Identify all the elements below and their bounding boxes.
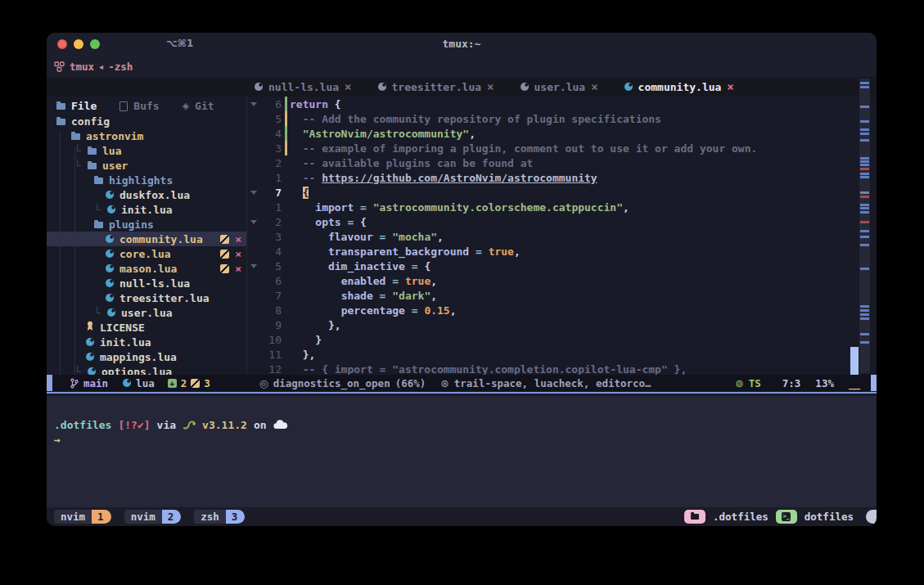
tmux-window-name[interactable]: -zsh — [108, 61, 133, 73]
folder-icon — [94, 178, 103, 184]
tree-item-mappings.lua[interactable]: mappings.lua — [47, 349, 246, 364]
code-text: -- available plugins can be found at — [290, 157, 533, 169]
code-line[interactable]: 8 percentage = 0.15, — [247, 303, 877, 317]
scrollbar-mark — [860, 305, 869, 308]
fold-chevron-icon[interactable] — [250, 264, 257, 268]
lua-icon — [107, 308, 115, 317]
tree-item-init.lua[interactable]: init.lua — [47, 335, 246, 349]
git-status-badges: × — [220, 248, 241, 260]
formatters-segment[interactable]: ⊛ trail-space, luacheck, editorco… — [440, 377, 651, 389]
buffer-tab-community.lua[interactable]: community.lua× — [624, 81, 734, 93]
code-line[interactable]: 12 -- { import = "astrocommunity.complet… — [247, 362, 877, 375]
code-line[interactable]: 5 dim_inactive = { — [247, 259, 877, 273]
buffer-tab-user.lua[interactable]: user.lua× — [521, 81, 598, 93]
code-text: -- example of imporing a plugin, comment… — [290, 142, 757, 155]
tree-item-core.lua[interactable]: core.lua× — [47, 246, 246, 261]
code-line[interactable]: 1 import = "astrocommunity.colorscheme.c… — [247, 200, 877, 214]
close-icon[interactable]: × — [727, 83, 733, 91]
code-line[interactable]: 9 }, — [247, 317, 877, 332]
code-token: flavour — [328, 231, 373, 243]
sidebar-tab-label: Git — [195, 100, 214, 112]
close-icon[interactable]: × — [345, 83, 351, 91]
lua-icon — [106, 264, 114, 272]
code-token: = — [341, 216, 360, 228]
scrollbar-marks-column[interactable] — [859, 79, 870, 373]
tree-item-highlights[interactable]: highlights — [47, 173, 246, 187]
code-token — [290, 245, 328, 258]
scrollbar-thumb[interactable] — [850, 347, 859, 375]
tmux-session-name[interactable]: tmux — [70, 61, 94, 73]
fold-chevron-icon[interactable] — [250, 191, 257, 195]
tree-item-null-ls.lua[interactable]: null-ls.lua — [47, 276, 246, 290]
tree-item-LICENSE[interactable]: LICENSE — [47, 320, 246, 335]
tree-item-label: user.lua — [121, 307, 173, 319]
tmux-window-nvim-1[interactable]: nvim1 — [54, 510, 111, 524]
fold-chevron-icon[interactable] — [250, 220, 257, 224]
cloud-icon — [273, 420, 288, 430]
tree-item-config[interactable]: config — [47, 114, 246, 128]
fold-column[interactable] — [247, 191, 260, 195]
code-line[interactable]: 11 }, — [247, 347, 877, 362]
code-text: "AstroNvim/astrocommunity", — [290, 128, 476, 140]
git-changed-icon — [191, 379, 200, 388]
code-line[interactable]: 6return { — [247, 97, 877, 111]
folder-icon — [691, 514, 699, 520]
tree-item-user.lua[interactable]: └user.lua — [47, 305, 246, 320]
code-line[interactable]: 4 "AstroNvim/astrocommunity", — [247, 126, 877, 141]
tree-item-astronvim[interactable]: astronvim — [47, 128, 246, 143]
diagnostics-segment[interactable]: ◎ diagnostics_on_open (66%) — [259, 377, 426, 389]
buffer-tab-null-ls.lua[interactable]: null-ls.lua× — [255, 81, 352, 93]
tmux-window-nvim-2[interactable]: nvim2 — [124, 510, 182, 524]
code-token: "dark" — [392, 290, 430, 302]
buffer-tab-treesitter.lua[interactable]: treesitter.lua× — [378, 81, 494, 93]
tree-item-label: mason.lua — [119, 263, 177, 275]
sidebar-tab-bufs[interactable]: Bufs — [119, 100, 159, 112]
tree-item-options.lua[interactable]: └options.lua — [47, 364, 246, 375]
lua-icon — [106, 294, 114, 302]
code-line[interactable]: 7 shade = "dark", — [247, 288, 877, 303]
tree-item-init.lua[interactable]: └init.lua — [47, 202, 246, 217]
tree-item-label: init.lua — [100, 336, 151, 349]
scrollbar-mark — [860, 313, 869, 316]
code-line[interactable]: 2 opts = { — [247, 214, 877, 229]
shell-pane[interactable]: .dotfiles [!?✔] via v3.11.2 on → — [47, 396, 877, 507]
file-icon — [119, 101, 128, 111]
code-text: return { — [290, 98, 341, 110]
gitsign-mark — [285, 141, 287, 155]
scrollbar-mark — [860, 133, 869, 135]
code-line[interactable]: 4 transparent_background = true, — [247, 244, 877, 259]
code-editor[interactable]: 6return {5 -- Add the community reposito… — [247, 97, 877, 375]
modified-icon — [220, 250, 229, 259]
code-line[interactable]: 3 flavour = "mocha", — [247, 229, 877, 244]
fold-column[interactable] — [247, 264, 260, 268]
tree-item-duskfox.lua[interactable]: duskfox.lua — [47, 187, 246, 202]
code-line[interactable]: 5 -- Add the community repository of plu… — [247, 111, 877, 126]
git-branch-segment[interactable]: main — [70, 377, 108, 389]
tree-item-community.lua[interactable]: community.lua× — [47, 232, 246, 246]
fold-chevron-icon[interactable] — [250, 102, 257, 106]
tmux-session-bar: tmux ◂ -zsh — [47, 56, 877, 77]
code-line[interactable]: 2 -- available plugins can be found at — [247, 155, 877, 170]
sidebar-tab-file[interactable]: File — [56, 100, 97, 112]
fold-column[interactable] — [247, 102, 260, 106]
tree-item-mason.lua[interactable]: mason.lua× — [47, 261, 246, 276]
code-token: true — [489, 245, 514, 258]
tree-item-lua[interactable]: └lua — [47, 143, 246, 158]
code-line[interactable]: 10 } — [247, 332, 877, 347]
tmux-window-zsh-3[interactable]: zsh3 — [194, 510, 245, 524]
close-icon[interactable]: × — [591, 83, 597, 91]
close-icon[interactable]: × — [487, 83, 494, 91]
code-line[interactable]: 6 enabled = true, — [247, 273, 877, 288]
tree-item-treesitter.lua[interactable]: treesitter.lua — [47, 290, 246, 305]
tree-item-user[interactable]: └user — [47, 158, 246, 173]
code-token: 0.15 — [424, 304, 449, 317]
code-line[interactable]: 3 -- example of imporing a plugin, comme… — [247, 141, 877, 155]
code-line[interactable]: 7 { — [247, 185, 877, 200]
sidebar-tab-git[interactable]: ◈Git — [183, 100, 214, 112]
tree-item-plugins[interactable]: plugins — [47, 217, 246, 232]
fold-column[interactable] — [247, 220, 260, 224]
code-token: "mocha" — [392, 231, 437, 243]
code-line[interactable]: 1 -- https://github.com/AstroNvim/astroc… — [247, 170, 877, 185]
diagnostics-icon: ◎ — [259, 377, 268, 389]
scrollbar-mark — [860, 221, 869, 223]
